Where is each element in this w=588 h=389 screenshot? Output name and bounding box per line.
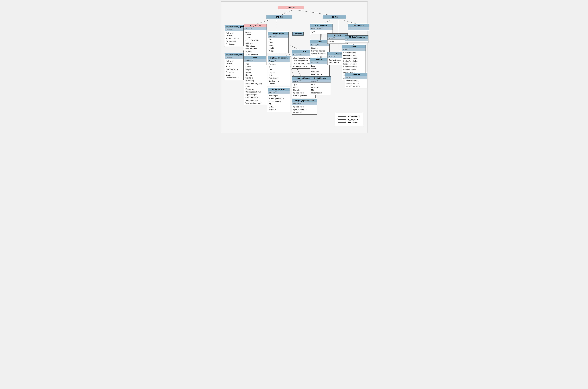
entity-minsar: MinSAR Produce PK Band Swath Resolution … [310, 58, 330, 77]
entity-minsar-pk: Produce PK [310, 61, 329, 64]
entity-sensor-aerial-header: Sensor_Aerial [268, 32, 289, 35]
legend: Generalization Aggregation Association [335, 113, 363, 126]
entity-aerial-pk: Name PK [342, 48, 366, 51]
entity-rs-service: RS_Service PK [348, 24, 369, 31]
entity-terrestrial-body: Preparation time Observation time Observ… [345, 79, 367, 88]
entity-imaging-spectrometer-body: Spectral range Spectral number IFOV/mrad [292, 105, 317, 114]
entity-sat-rs: SAT_RS [266, 15, 292, 19]
entity-terrestrial: Terrestrial Name PK Preparation time Obs… [345, 73, 367, 88]
entity-uas-body: Type System Length/m Span/m Height/m Wei… [244, 62, 266, 105]
entity-mms: MMS Produce PK Structure Scanning distan… [310, 40, 330, 56]
entity-digital-camera-body: Pixel Pixel size FPS Shutter speed [310, 83, 331, 95]
entity-uas: UAS Produce PK Type System Length/m Span… [244, 56, 266, 105]
entity-mms-body: Structure Scanning distance Camera resol… [310, 46, 329, 56]
entity-sat-sensor-sar-body: Full name Satellite Band Operation mode … [225, 59, 243, 80]
entity-rs-dataprocessing: RS_DataProcessing PK [345, 35, 368, 43]
svg-line-1 [298, 10, 335, 16]
entity-rs-task: RS_Task Name PK Sensors [327, 33, 348, 44]
entity-rs-dataprocessing-pk: PK [345, 39, 368, 41]
entity-rs-dataprocessing-body [345, 41, 368, 42]
entity-digital-camera: DigitalCamera Produce PK Pixel Pixel siz… [310, 76, 331, 95]
entity-sat-sensor-optical-pk: Name PK [225, 28, 243, 31]
entity-terrestrial-pk: Name PK [345, 76, 367, 79]
legend-assoc-label: Association [348, 121, 358, 123]
entity-rs-service-header: RS_Service [348, 24, 369, 27]
entity-airborne-lidar: AirbroneLiDAR Produce PK Wavelength Scan… [268, 88, 290, 112]
entity-digital-aerial-camera-body: Structure Type Pixel Pixel size FOV Foca… [268, 62, 290, 86]
diagram-area: Database SAT_RS SE_RS SatelliteSensor_Op… [224, 4, 365, 130]
entity-minsar-header: MinSAR [310, 58, 329, 61]
entity-rs-satellite-pk: Name PK [244, 27, 266, 30]
entity-digital-aerial-camera-header: DigitalAerial Camera [268, 56, 290, 60]
entity-imaging-spectrometer-header: ImagingSpectrometer [292, 99, 317, 102]
entity-aerial-header: Aerial [342, 45, 366, 48]
entity-rs-terrestrial-body: Type [310, 30, 332, 34]
entity-rs-task-header: RS_Task [327, 33, 348, 37]
entity-sat-rs-header: SAT_RS [266, 15, 292, 19]
legend-agg-label: Aggregation [348, 118, 358, 121]
legend-generalization: Generalization [338, 115, 360, 118]
legend-gen-line [338, 116, 346, 117]
entity-mms-header: MMS [310, 40, 329, 43]
entity-rs-task-body: Sensors [327, 40, 348, 43]
entity-uas-pk: Produce PK [244, 59, 266, 62]
legend-aggregation: Aggregation [338, 118, 360, 121]
entity-digital-camera-header: DigitalCamera [310, 77, 331, 80]
entity-sat-sensor-sar-header: SatelliteSensor_SAR [225, 53, 243, 56]
entity-sat-sensor-optical-header: SatelliteSensor_Optical [225, 25, 243, 28]
entity-digital-aerial-camera: DigitalAerial Camera Produce PK Structur… [268, 56, 290, 86]
entity-se-rs: SE_RS [323, 15, 346, 19]
entity-digital-aerial-camera-pk: Produce PK [268, 60, 290, 62]
entity-satellite-sensor-optical: SatelliteSensor_Optical Name PK Full nam… [225, 25, 244, 46]
entity-sensor-aerial-body: Type Length Width Height Weight [268, 38, 289, 53]
entity-satellite-sensor-sar: SatelliteSensor_SAR Name PK Full name Sa… [225, 53, 244, 80]
legend-agg-line [338, 119, 346, 120]
entity-rs-terrestrial-header: RS_Terrestrial [310, 24, 332, 27]
entity-sat-sensor-optical-body: Full name Satellite Spatial resolution B… [225, 31, 243, 46]
legend-association: Association [338, 121, 360, 123]
entity-uas-header: UAS [244, 56, 266, 59]
entity-rs-terrestrial: RS_Terrestrial System name PK Type [310, 24, 333, 34]
svg-line-0 [280, 10, 292, 16]
svg-line-3 [277, 20, 277, 32]
entity-imaging-spectrometer-pk: Produce PK [292, 102, 317, 105]
entity-airborne-lidar-body: Wavelength Scanning frequency Pulse freq… [268, 94, 290, 112]
entity-terrestrial-header: Terrestrial [345, 73, 367, 76]
entity-airborne-lidar-pk: Produce PK [268, 91, 290, 94]
entity-digital-camera-pk: Produce PK [310, 80, 331, 83]
entity-sat-sensor-sar-pk: Name PK [225, 56, 243, 59]
legend-assoc-line [338, 122, 346, 123]
entity-rs-task-pk: Name PK [327, 37, 348, 40]
entity-rs-dataprocessing-header: RS_DataProcessing [345, 35, 368, 39]
diagram-canvas: Database SAT_RS SE_RS SatelliteSensor_Op… [221, 1, 367, 133]
entity-minsar-body: Band Swath Resolution Work distance [310, 64, 329, 76]
entity-airborne-lidar-header: AirbroneLiDAR [268, 88, 290, 91]
entity-se-rs-header: SE_RS [323, 15, 346, 19]
entity-imaging-spectrometer: ImagingSpectrometer Produce PK Spectral … [292, 99, 317, 115]
entity-mms-pk: Produce PK [310, 43, 329, 46]
entity-rs-satellite-header: RS_Satellite [244, 24, 266, 27]
legend-gen-label: Generalization [348, 115, 360, 118]
entity-rs-service-pk: PK [348, 27, 369, 30]
entity-rs-service-body [348, 30, 369, 31]
entity-sensor-aerial: Sensor_Aerial Produce PK Type Length Wid… [268, 32, 289, 53]
entity-rs-terrestrial-pk: System name PK [310, 27, 332, 30]
scanning-label: Scanning [293, 32, 304, 35]
entity-database: Database [278, 6, 304, 9]
entity-sensor-aerial-pk: Produce PK [268, 35, 289, 38]
entity-database-header: Database [278, 6, 304, 9]
